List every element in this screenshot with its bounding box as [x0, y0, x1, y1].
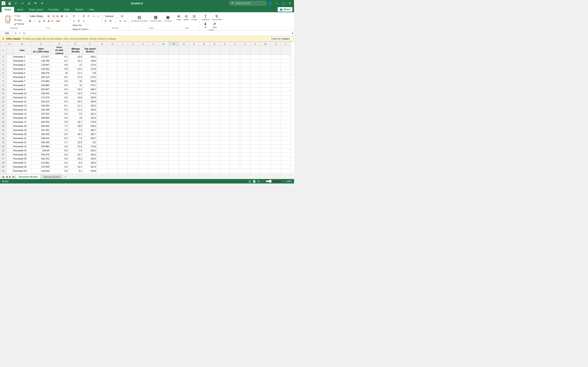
cell-c1[interactable]: Sales(in 1,000 units) [32, 46, 50, 55]
cell-l22[interactable] [148, 136, 158, 140]
cell-e6[interactable]: 17.2 [69, 71, 83, 75]
cell-j20[interactable] [128, 128, 138, 132]
cell-o7[interactable] [179, 75, 189, 79]
print-btn[interactable]: 🖨 [26, 1, 31, 6]
cell-r27[interactable] [209, 157, 220, 161]
cell-g30[interactable] [97, 169, 107, 173]
font-grow-button[interactable]: A [60, 14, 64, 18]
cell-c7[interactable]: 192.123 [32, 75, 50, 79]
cell-x6[interactable] [271, 71, 281, 75]
cell-p23[interactable] [189, 140, 199, 144]
cell-j29[interactable] [128, 165, 138, 169]
cell-t14[interactable] [230, 104, 240, 108]
cell-o26[interactable] [179, 152, 189, 157]
cell-c24[interactable]: 155.882 [32, 144, 50, 149]
cell-n6[interactable] [169, 71, 179, 75]
preview-btn[interactable]: 👁 [33, 1, 38, 6]
cell-l6[interactable] [148, 71, 158, 75]
cell-r26[interactable] [209, 152, 220, 157]
cell-t26[interactable] [230, 152, 240, 157]
col-header-x[interactable]: X [271, 42, 281, 46]
cell-j5[interactable] [128, 67, 138, 71]
cell-c28[interactable]: 121.561 [32, 161, 50, 165]
cell-b22[interactable]: Rocinante 21 [12, 136, 32, 140]
cell-w27[interactable] [260, 157, 271, 161]
cell-c14[interactable]: 142.604 [32, 104, 50, 108]
cell-d22[interactable]: 8.4 [50, 136, 69, 140]
font-color-button[interactable]: A [56, 19, 61, 23]
cell-x3[interactable] [271, 59, 281, 63]
cell-a23[interactable] [6, 140, 12, 144]
cell-f31[interactable]: 149.5 [83, 173, 97, 174]
cell-e2[interactable]: 15.8 [69, 55, 83, 59]
cell-y19[interactable] [281, 124, 291, 128]
cell-d4[interactable]: 9.9 [50, 63, 69, 67]
cell-d8[interactable]: 5.5 [50, 79, 69, 83]
cell-b19[interactable]: Rocinante 18 [12, 124, 32, 128]
cell-f14[interactable]: 150.2 [83, 104, 97, 108]
cell-g19[interactable] [97, 124, 107, 128]
cell-q16[interactable] [199, 112, 209, 116]
cell-p8[interactable] [189, 79, 199, 83]
cell-v26[interactable] [250, 152, 260, 157]
delete-cells-button[interactable]: ⊖ Delete [182, 14, 190, 21]
tab-formulas[interactable]: Formulas [45, 7, 61, 12]
cell-u15[interactable] [240, 108, 250, 112]
tab-data[interactable]: Data [61, 7, 72, 12]
cell-m6[interactable] [158, 71, 169, 75]
cell-p3[interactable] [189, 59, 199, 63]
cell-h11[interactable] [107, 91, 118, 95]
cell-c26[interactable]: 182.679 [32, 152, 50, 157]
cell-h30[interactable] [107, 169, 118, 173]
decrease-decimal-button[interactable]: ◂.0 [123, 19, 127, 23]
cell-k12[interactable] [138, 95, 148, 100]
cell-n17[interactable] [169, 116, 179, 120]
cell-n18[interactable] [169, 120, 179, 124]
cell-t27[interactable] [230, 157, 240, 161]
cell-x22[interactable] [271, 136, 281, 140]
cell-m11[interactable] [158, 91, 169, 95]
cell-r20[interactable] [209, 128, 220, 132]
cell-s8[interactable] [220, 79, 230, 83]
cell-x19[interactable] [271, 124, 281, 128]
accounting-button[interactable]: $ [103, 19, 108, 23]
cell-y15[interactable] [281, 108, 291, 112]
cell-l13[interactable] [148, 100, 158, 104]
cell-r6[interactable] [209, 71, 220, 75]
cell-b6[interactable]: Rocinante 5 [12, 71, 32, 75]
cell-j21[interactable] [128, 132, 138, 136]
cell-r22[interactable] [209, 136, 220, 140]
cell-g25[interactable] [97, 149, 107, 152]
cell-x2[interactable] [271, 55, 281, 59]
cell-c11[interactable]: 149.933 [32, 91, 50, 95]
cell-w15[interactable] [260, 108, 271, 112]
cell-p11[interactable] [189, 91, 199, 95]
cell-q13[interactable] [199, 100, 209, 104]
cell-x14[interactable] [271, 104, 281, 108]
cell-l26[interactable] [148, 152, 158, 157]
cell-k2[interactable] [138, 55, 148, 59]
save-btn[interactable]: 💾 [7, 1, 12, 6]
cell-n14[interactable] [169, 104, 179, 108]
cell-m20[interactable] [158, 128, 169, 132]
cell-a19[interactable] [6, 124, 12, 128]
cell-s20[interactable] [220, 128, 230, 132]
cell-l30[interactable] [148, 169, 158, 173]
cell-c10[interactable]: 202.847 [32, 87, 50, 91]
cell-n24[interactable] [169, 144, 179, 149]
cell-m26[interactable] [158, 152, 169, 157]
cell-e3[interactable]: 12.1 [69, 59, 83, 63]
cell-n28[interactable] [169, 161, 179, 165]
cell-y4[interactable] [281, 63, 291, 67]
cell-o24[interactable] [179, 144, 189, 149]
cell-t9[interactable] [230, 83, 240, 87]
cell-f30[interactable]: 146.8 [83, 169, 97, 173]
cell-x23[interactable] [271, 140, 281, 144]
cell-n30[interactable] [169, 169, 179, 173]
col-header-s[interactable]: S [220, 42, 230, 46]
cell-f4[interactable]: 173.4 [83, 63, 97, 67]
cell-y9[interactable] [281, 83, 291, 87]
cell-f19[interactable]: 168.2 [83, 124, 97, 128]
cell-l27[interactable] [148, 157, 158, 161]
cell-w8[interactable] [260, 79, 271, 83]
